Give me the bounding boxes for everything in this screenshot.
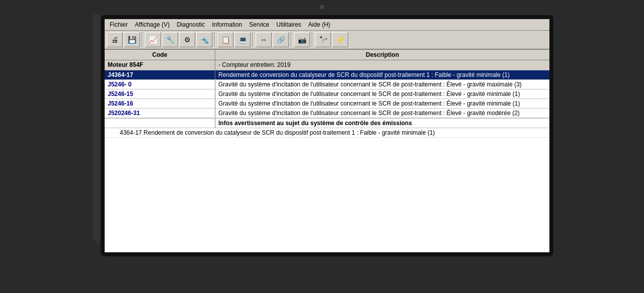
detail-text-row: 4364-17 Rendement de conversion du catal… — [105, 128, 549, 138]
toolbar-btn-lightning[interactable]: ⚡ — [332, 32, 348, 47]
menu-utilitaires[interactable]: Utilitaires — [273, 20, 304, 29]
row-desc-0: Rendement de conversion du catalyseur de… — [215, 70, 549, 79]
detail-label-row: Infos avertissement au sujet du système … — [105, 118, 549, 128]
table-row[interactable]: J4364-17 Rendement de conversion du cata… — [105, 70, 549, 80]
toolbar-btn-tools2[interactable]: 🔩 — [196, 32, 212, 47]
menu-information[interactable]: Information — [209, 20, 245, 29]
table-row[interactable]: J5246- 0 Gravité du système d'incitation… — [105, 80, 549, 89]
toolbar-btn-docs[interactable]: 📋 — [217, 32, 233, 47]
bottom-bar — [0, 273, 644, 293]
menu-fichier[interactable]: Fichier — [107, 20, 131, 29]
toolbar-btn-graph[interactable]: 📈 — [145, 32, 161, 47]
menu-diagnostic[interactable]: Diagnostic — [174, 20, 208, 29]
detail-text: 4364-17 Rendement de conversion du catal… — [120, 129, 435, 136]
table-row[interactable]: J520246-31 Gravité du système d'incitati… — [105, 109, 549, 118]
toolbar: 🖨 💾 📈 🔧 ⚙ 🔩 📋 💻 ↔ 🔗 📷 🔭 ⚡ — [105, 31, 549, 50]
toolbar-separator-5 — [312, 33, 313, 47]
toolbar-btn-binoculars[interactable]: 🔭 — [315, 32, 331, 47]
row-code-2: J5246-15 — [105, 89, 215, 99]
menu-service[interactable]: Service — [246, 20, 272, 29]
col-desc-header: Description — [215, 50, 549, 60]
left-hinge — [93, 14, 101, 241]
toolbar-separator-2 — [214, 33, 215, 47]
toolbar-btn-settings[interactable]: ⚙ — [179, 32, 195, 47]
table-header: Code Description — [105, 50, 549, 60]
row-code-4: J520246-31 — [105, 109, 215, 118]
menu-affichage[interactable]: Affichage (V) — [132, 20, 173, 29]
menu-bar: Fichier Affichage (V) Diagnostic Informa… — [105, 19, 549, 31]
detail-label-desc: Infos avertissement au sujet du système … — [215, 119, 549, 128]
row-code-3: J5246-16 — [105, 99, 215, 108]
moteur-header-row: Moteur 854F - Compteur entretien: 2019 — [105, 60, 549, 70]
toolbar-btn-link[interactable]: 🔗 — [273, 32, 289, 47]
webcam — [320, 5, 324, 9]
col-code-header: Code — [105, 50, 215, 60]
row-desc-3: Gravité du système d'incitation de l'uti… — [215, 99, 549, 108]
toolbar-btn-computer[interactable]: 💻 — [234, 32, 251, 47]
row-desc-2: Gravité du système d'incitation de l'uti… — [215, 89, 549, 99]
screen-bezel: Fichier Affichage (V) Diagnostic Informa… — [101, 15, 553, 256]
toolbar-btn-print[interactable]: 🖨 — [107, 32, 123, 47]
toolbar-separator-3 — [253, 33, 254, 47]
toolbar-btn-wrench[interactable]: 🔧 — [162, 32, 178, 47]
table-row[interactable]: J5246-16 Gravité du système d'incitation… — [105, 99, 549, 109]
row-desc-4: Gravité du système d'incitation de l'uti… — [215, 109, 549, 118]
table-row[interactable]: J5246-15 Gravité du système d'incitation… — [105, 89, 549, 99]
toolbar-btn-camera[interactable]: 📷 — [294, 32, 310, 47]
row-desc-1: Gravité du système d'incitation de l'uti… — [215, 80, 549, 89]
row-code-0: J4364-17 — [105, 70, 215, 79]
content-area: Code Description Moteur 854F - Compteur … — [105, 50, 549, 138]
toolbar-btn-arrows[interactable]: ↔ — [256, 32, 272, 47]
toolbar-separator-1 — [142, 33, 143, 47]
toolbar-btn-save[interactable]: 💾 — [124, 32, 140, 47]
toolbar-separator-4 — [291, 33, 292, 47]
moteur-code: Moteur 854F — [105, 60, 215, 70]
screen: Fichier Affichage (V) Diagnostic Informa… — [105, 19, 549, 252]
laptop-frame: Fichier Affichage (V) Diagnostic Informa… — [0, 0, 644, 293]
menu-aide[interactable]: Aide (H) — [305, 20, 334, 29]
moteur-desc: - Compteur entretien: 2019 — [215, 60, 549, 70]
row-code-1: J5246- 0 — [105, 80, 215, 89]
top-bar — [0, 0, 644, 14]
detail-label-code — [105, 119, 215, 128]
